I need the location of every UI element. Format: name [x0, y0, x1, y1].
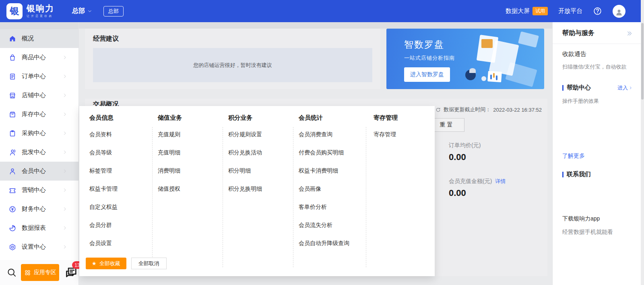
brand-name: 银响力: [27, 4, 54, 13]
goods-bag-icon: [8, 54, 17, 62]
payment-notice-title[interactable]: 收款通告: [562, 50, 633, 58]
data-screen-link[interactable]: 数据大屏 试用: [506, 7, 548, 15]
sidebar-item-label: 订单中心: [22, 73, 46, 80]
menu-item[interactable]: 积分兑换活动: [228, 149, 299, 167]
column-title: 会员信息: [89, 114, 158, 131]
sidebar-item-orders[interactable]: 订单中心: [0, 67, 78, 86]
finance-yuan-icon: [8, 205, 17, 213]
column-title: 会员统计: [299, 114, 374, 131]
sidebar-item-finance[interactable]: 财务中心: [0, 200, 78, 218]
stat-label: 会员充值金额(元): [449, 178, 492, 185]
menu-item[interactable]: 积分规则设置: [228, 131, 299, 149]
menu-item[interactable]: 消费明细: [158, 167, 228, 185]
open-platform-label: 开放平台: [558, 7, 582, 15]
menu-item[interactable]: 寄存管理: [374, 131, 430, 149]
sidebar-top-strip: [0, 22, 78, 29]
help-center-row: 帮助中心 进入: [562, 84, 633, 92]
flyout-columns: 会员信息 会员资料 会员等级 标签管理 权益卡管理 自定义权益 会员分群 会员设…: [79, 106, 435, 258]
menu-item[interactable]: 会员流失分析: [299, 222, 374, 240]
update-time-value: 2022-03-22 16:37:52: [493, 107, 542, 113]
menu-item[interactable]: 自定义权益: [89, 204, 158, 222]
sidebar-item-inventory[interactable]: 库存中心: [0, 105, 78, 124]
sidebar-item-marketing[interactable]: 营销中心: [0, 181, 78, 200]
sidebar-item-settings[interactable]: 设置中心: [0, 237, 78, 256]
menu-item[interactable]: 储值授权: [158, 185, 228, 204]
chevron-right-icon: [62, 131, 68, 136]
question-icon[interactable]: [593, 6, 602, 16]
menu-item[interactable]: 会员资料: [89, 131, 158, 149]
double-chevron-right-icon[interactable]: [626, 30, 633, 37]
menu-item[interactable]: 充值明细: [158, 149, 228, 167]
payment-notice-desc: 扫描微信/支付宝，自动收款: [562, 63, 633, 71]
learn-more-link[interactable]: 了解更多: [562, 152, 633, 160]
purchase-clipboard-icon: [8, 129, 17, 137]
messages-button[interactable]: 13: [64, 265, 78, 280]
column-title: 寄存管理: [374, 114, 430, 131]
menu-item[interactable]: 会员分群: [89, 222, 158, 240]
avatar[interactable]: [613, 5, 625, 18]
menu-item[interactable]: 积分兑换明细: [228, 185, 299, 204]
menu-item[interactable]: 会员画像: [299, 185, 374, 204]
smart-compass-banner[interactable]: 智数罗盘 一站式店铺分析指南 进入智数罗盘: [386, 29, 544, 89]
menu-item[interactable]: 权益卡管理: [89, 185, 158, 204]
section-marker: [562, 172, 564, 177]
column-title: 储值业务: [158, 114, 228, 131]
contact-us-row[interactable]: 联系我们: [562, 171, 633, 178]
stat-member-recharge: 会员充值金额(元) 详情 0.00: [449, 178, 545, 198]
org-selector[interactable]: 总部: [72, 7, 92, 15]
help-center-label: 帮助中心: [567, 84, 591, 92]
download-app-title: 下载银响力app: [562, 215, 633, 223]
brand-slogan: 让开店更容易: [27, 14, 54, 18]
favorite-all-label: 全部收藏: [99, 260, 120, 267]
sidebar-item-goods[interactable]: 商品中心: [0, 48, 78, 67]
detail-link[interactable]: 详情: [495, 178, 506, 185]
banner-illustration: [487, 71, 502, 82]
sidebar-item-reports[interactable]: 数据报表: [0, 218, 78, 237]
menu-item[interactable]: 标签管理: [89, 167, 158, 185]
open-platform-link[interactable]: 开放平台: [558, 7, 582, 15]
menu-item[interactable]: 充值规则: [158, 131, 228, 149]
apps-zone-button[interactable]: 应用专区: [21, 264, 59, 281]
chevron-right-icon: [62, 206, 68, 212]
menu-item[interactable]: 付费会员购买明细: [299, 149, 374, 167]
refresh-icon[interactable]: [435, 107, 441, 113]
enter-label: 进入: [617, 84, 628, 92]
stat-avg-order-price: 订单均价(元) 0.00: [449, 142, 545, 162]
scrollbar-thumb[interactable]: [641, 23, 644, 100]
page-scrollbar[interactable]: [641, 0, 644, 285]
sidebar-item-members[interactable]: 会员中心: [0, 162, 78, 181]
menu-item[interactable]: 权益卡消费明细: [299, 167, 374, 185]
menu-item[interactable]: 会员自动升降级查询: [299, 240, 374, 258]
download-app-desc: 经营数据手机就能看: [562, 229, 633, 236]
menu-item[interactable]: 会员设置: [89, 240, 158, 258]
report-pie-icon: [8, 224, 17, 232]
menu-item[interactable]: 会员消费查询: [299, 131, 374, 149]
chevron-right-icon: [629, 86, 633, 90]
order-list-icon: [8, 73, 17, 81]
apps-grid-icon: [24, 269, 31, 276]
org-tag[interactable]: 总部: [103, 6, 124, 17]
stat-value: 0.00: [449, 188, 545, 198]
enter-compass-button[interactable]: 进入智数罗盘: [404, 67, 450, 82]
help-center-enter-link[interactable]: 进入: [617, 84, 633, 92]
menu-item[interactable]: 客单价分析: [299, 204, 374, 222]
sidebar-item-wholesale[interactable]: 批发中心: [0, 143, 78, 162]
member-person-icon: [8, 167, 17, 175]
update-time-label: 数据更新截止时间：: [444, 106, 491, 113]
favorite-all-button[interactable]: ★ 全部收藏: [86, 258, 126, 269]
search-icon[interactable]: [6, 267, 17, 278]
cancel-all-button[interactable]: 全部取消: [131, 258, 167, 269]
column-divider: [152, 127, 153, 267]
sidebar-item-purchase[interactable]: 采购中心: [0, 124, 78, 143]
sidebar-item-label: 会员中心: [22, 167, 46, 175]
contact-us-label: 联系我们: [567, 171, 591, 178]
menu-item[interactable]: 会员等级: [89, 149, 158, 167]
banner-illustration: [518, 31, 539, 48]
app-window: 银 银响力 让开店更容易 总部 总部 数据大屏 试用 开放平台: [0, 0, 644, 285]
chevron-right-icon: [62, 187, 68, 193]
flyout-column-member-info: 会员信息 会员资料 会员等级 标签管理 权益卡管理 自定义权益 会员分群 会员设…: [89, 106, 158, 258]
topbar-right: 数据大屏 试用 开放平台: [506, 5, 625, 18]
sidebar-item-shop[interactable]: 店铺中心: [0, 86, 78, 105]
menu-item[interactable]: 积分明细: [228, 167, 299, 185]
sidebar-item-overview[interactable]: 概况: [0, 29, 78, 48]
